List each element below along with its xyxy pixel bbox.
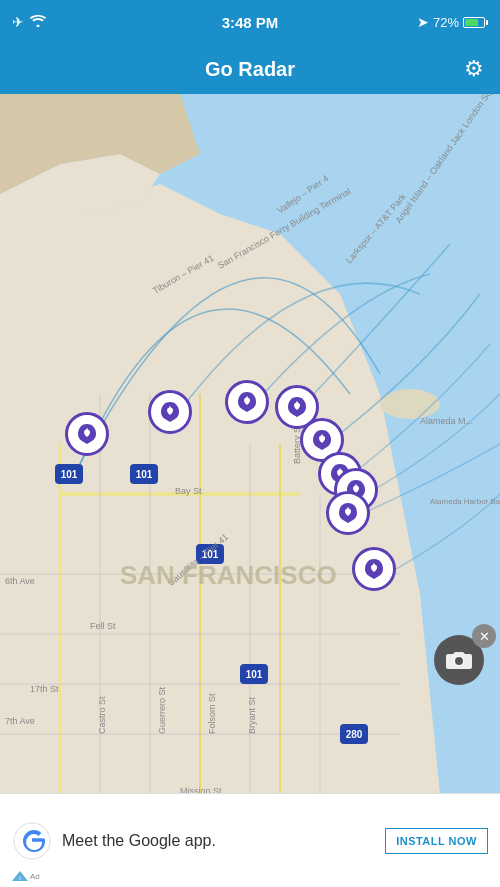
svg-text:Fell St: Fell St [90, 621, 116, 631]
status-left-icons: ✈ [12, 14, 46, 30]
ad-text: Meet the Google app. [62, 832, 375, 850]
adchoice-label: Ad [30, 872, 40, 881]
close-fab[interactable]: ✕ [472, 624, 496, 648]
battery-percent: 72% [433, 15, 459, 30]
map-marker-8[interactable] [326, 491, 370, 535]
app-title: Go Radar [205, 58, 295, 81]
svg-text:Guerrero St: Guerrero St [157, 686, 167, 734]
svg-text:17th St: 17th St [30, 684, 59, 694]
location-arrow-icon: ➤ [417, 14, 429, 30]
google-logo [12, 821, 52, 861]
airplane-icon: ✈ [12, 14, 24, 30]
svg-text:Castro St: Castro St [97, 696, 107, 734]
svg-text:Mission St: Mission St [180, 786, 222, 793]
adchoice: i Ad [12, 871, 40, 881]
settings-button[interactable]: ⚙ [464, 56, 484, 82]
install-now-button[interactable]: INSTALL NOW [385, 828, 488, 854]
ad-banner: Meet the Google app. INSTALL NOW i Ad [0, 793, 500, 887]
svg-point-48 [455, 657, 463, 665]
wifi-icon [30, 14, 46, 30]
svg-text:Bay St: Bay St [175, 486, 202, 496]
svg-text:Alameda Harbor Bay: Alameda Harbor Bay [430, 497, 500, 506]
adchoice-icon: i [12, 871, 28, 881]
map-marker-2[interactable] [148, 390, 192, 434]
svg-text:Folsom St: Folsom St [207, 693, 217, 734]
svg-text:Bryant St: Bryant St [247, 696, 257, 734]
status-bar: ✈ 3:48 PM ➤ 72% [0, 0, 500, 44]
svg-point-5 [380, 389, 440, 419]
svg-text:7th Ave: 7th Ave [5, 716, 35, 726]
svg-text:280: 280 [346, 729, 363, 740]
map-marker-3[interactable] [225, 380, 269, 424]
map-container: 101 101 101 101 280 Sausalito – Pier 41 … [0, 94, 500, 793]
status-right-icons: ➤ 72% [417, 14, 488, 30]
svg-text:6th Ave: 6th Ave [5, 576, 35, 586]
battery-icon [463, 17, 488, 28]
svg-text:101: 101 [61, 469, 78, 480]
svg-text:101: 101 [246, 669, 263, 680]
svg-text:101: 101 [136, 469, 153, 480]
svg-text:Alameda M...: Alameda M... [420, 416, 473, 426]
svg-text:SAN FRANCISCO: SAN FRANCISCO [120, 560, 337, 590]
map-marker-1[interactable] [65, 412, 109, 456]
map-marker-9[interactable] [352, 547, 396, 591]
app-header: Go Radar ⚙ [0, 44, 500, 94]
status-time: 3:48 PM [222, 14, 279, 31]
